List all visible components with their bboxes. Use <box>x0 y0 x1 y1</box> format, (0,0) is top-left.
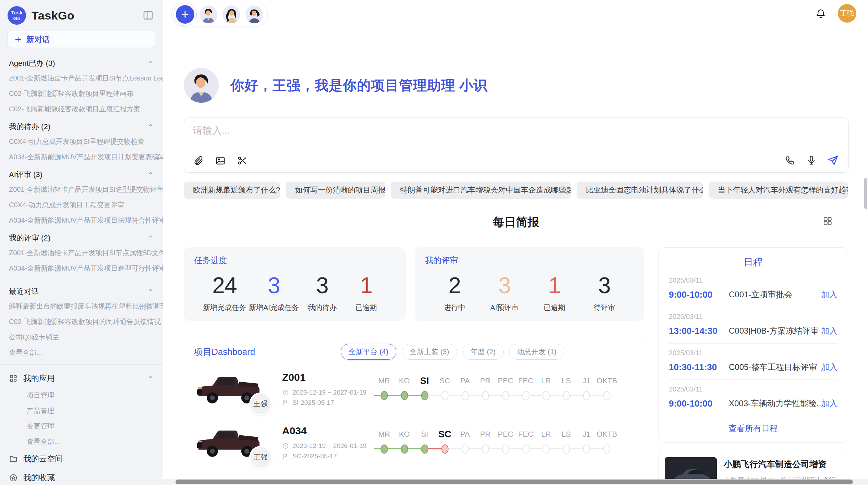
user-avatar[interactable]: 王强 <box>838 4 856 23</box>
section-header[interactable]: 我的评审 (2) <box>0 228 163 245</box>
notification-bell-icon[interactable] <box>815 8 826 21</box>
dashboard-tab[interactable]: 动总开发 (1) <box>509 344 565 360</box>
chat-input[interactable] <box>193 125 742 136</box>
join-button[interactable]: 加入 <box>821 289 837 300</box>
attachment-icon[interactable] <box>193 155 204 166</box>
sidebar-task-item[interactable]: C02-飞腾新能源轻客改款项目立项汇报方案 <box>0 101 163 117</box>
new-session-button[interactable] <box>176 5 194 24</box>
horizontal-scrollbar-thumb[interactable] <box>176 480 853 484</box>
milestone: FEC <box>516 428 536 457</box>
recent-chat-item[interactable]: 公司Q3轻卡销量 <box>0 329 163 345</box>
dashboard-title: 项目Dashboard <box>194 346 255 358</box>
section-items: Z001-全新燃油皮卡产品开发项目SI节点Lesson Learn报告C02-飞… <box>0 71 163 117</box>
schedule-time: 10:30-11:30 <box>669 362 729 373</box>
sidebar-task-item[interactable]: C0X4-动力总成开发项目SI里程碑提交物检查 <box>0 134 163 149</box>
chevron-up-icon[interactable] <box>147 287 154 296</box>
sidebar-task-item[interactable]: A034-全新新能源MUV产品开发项目造型可行性评审 <box>0 261 163 276</box>
milestone-dot-row <box>536 388 556 403</box>
join-button[interactable]: 加入 <box>821 325 837 336</box>
vertical-scrollbar-thumb[interactable] <box>864 178 867 209</box>
project-row[interactable]: 王强 Z001 2023-12-19 ~ 2027-01-19 SI <box>194 365 634 413</box>
app-item[interactable]: 查看全部... <box>0 434 163 449</box>
milestone-dot-row <box>394 388 414 403</box>
my-apps-items: 项目管理产品管理变更管理查看全部... <box>0 388 163 449</box>
milestone-dot <box>441 391 448 400</box>
join-button[interactable]: 加入 <box>821 398 837 409</box>
suggestion-chips: 欧洲新规最近颁布了什么?如何写一份清晰的项目周报特朗普可能对进口汽车增税会对中国… <box>184 182 848 199</box>
sidebar-task-item[interactable]: A034-全新新能源MUV产品开发项目法规符合性评审 <box>0 213 163 228</box>
sidebar-item-favorites[interactable]: 我的收藏 <box>0 468 163 485</box>
flag-icon <box>282 453 289 460</box>
dashboard-tab[interactable]: 全新平台 (4) <box>341 344 396 360</box>
layout-grid-icon[interactable] <box>822 216 833 227</box>
dashboard-tab[interactable]: 年型 (2) <box>462 344 504 360</box>
session-avatar-1[interactable] <box>200 5 217 23</box>
phone-icon[interactable] <box>785 155 796 166</box>
milestone-dot-row <box>455 442 475 457</box>
section-header[interactable]: 我的待办 (2) <box>0 117 163 134</box>
chevron-up-icon[interactable] <box>147 122 154 131</box>
logo-row: Task Go TaskGo <box>0 5 163 26</box>
milestone-dot-row <box>556 388 576 403</box>
sidebar-task-item[interactable]: C0X4-动力总成开发项目工程变更评审 <box>0 197 163 213</box>
send-icon[interactable] <box>827 154 839 166</box>
chevron-up-icon[interactable] <box>147 170 154 179</box>
project-row[interactable]: 王强 A034 2023-12-19 ~ 2026-01-19 SC <box>194 419 634 467</box>
recent-view-all[interactable]: 查看全部... <box>0 345 163 360</box>
milestone-dot <box>522 391 529 400</box>
milestone-label: LS <box>556 375 576 387</box>
suggestion-chip[interactable]: 特朗普可能对进口汽车增税会对中国车企造成哪些影响 <box>391 182 571 199</box>
sidebar-task-item[interactable]: Z001-全新燃油轻卡产品开发项目SI节点属性5D文件评审 <box>0 245 163 261</box>
suggestion-chip[interactable]: 如何写一份清晰的项目周报 <box>286 182 385 199</box>
sidebar-task-item[interactable]: Z001-全新燃油皮卡产品开发项目SI节点Lesson Learn报告 <box>0 71 163 86</box>
app-item[interactable]: 产品管理 <box>0 403 163 419</box>
section-title: 我的评审 (2) <box>9 233 50 243</box>
app-item[interactable]: 变更管理 <box>0 419 163 434</box>
sidebar-task-item[interactable]: Z001-全新燃油轻卡产品开发项目SI造型提交物评审 <box>0 182 163 197</box>
view-all-schedule[interactable]: 查看所有日程 <box>669 416 837 441</box>
suggestion-chip[interactable]: 比亚迪全固态电池计划具体说了什么 <box>577 182 703 199</box>
suggestion-chip[interactable]: 当下年轻人对汽车外观有怎样的喜好趋势 <box>709 182 848 199</box>
chevron-up-icon[interactable] <box>147 374 154 383</box>
clock-icon <box>282 443 289 449</box>
section-header[interactable]: AI评审 (3) <box>0 165 163 182</box>
milestone-label: PEC <box>495 375 516 387</box>
app-item[interactable]: 项目管理 <box>0 388 163 403</box>
left-column: 任务进度 24 新增完成任务 3 新增AI <box>184 247 644 485</box>
chevron-up-icon[interactable] <box>147 234 154 242</box>
stat-value: 3 <box>249 271 299 300</box>
sidebar-task-item[interactable]: C02-飞腾新能源轻客改款项目里程碑画布 <box>0 86 163 101</box>
dashboard-tab[interactable]: 全新上装 (3) <box>402 344 457 360</box>
sidebar-item-my-apps[interactable]: 我的应用 <box>0 369 163 388</box>
image-icon[interactable] <box>215 155 226 166</box>
milestone-dot-row <box>536 442 556 457</box>
milestone-dot-row <box>576 442 596 457</box>
schedule-time: 13:00-14:30 <box>669 326 729 336</box>
recent-chat-item[interactable]: 解释最新出台的欧盟报废车法规再生塑料比例被调至15%... <box>0 299 163 314</box>
milestone-label: PA <box>455 428 475 440</box>
milestone-dot <box>482 391 489 400</box>
session-avatar-2[interactable] <box>222 5 240 23</box>
sidebar-task-item[interactable]: A034-全新新能源MUV产品开发项目计划变更表编写 <box>0 149 163 165</box>
schedule-title: 日程 <box>669 256 837 269</box>
section-header[interactable]: 最近对话 <box>0 282 163 299</box>
recent-chat-item[interactable]: C02-飞腾新能源轻客改款项目的闭环通告反馈情况 <box>0 314 163 329</box>
chevron-up-icon[interactable] <box>147 59 154 68</box>
sidebar-collapse-icon[interactable] <box>142 10 154 23</box>
milestone-dot <box>563 445 570 454</box>
milestone-label: KO <box>394 428 414 440</box>
suggestion-chip[interactable]: 欧洲新规最近颁布了什么? <box>184 182 280 199</box>
stat-value: 3 <box>584 271 625 300</box>
session-avatar-3[interactable] <box>245 5 263 23</box>
tab-label: 动总开发 (1) <box>517 347 557 357</box>
new-chat-button[interactable]: 新对话 <box>8 31 155 48</box>
milestone-label: FEC <box>516 428 536 440</box>
section-header[interactable]: Agent已办 (3) <box>0 53 163 71</box>
milestone-label: SI <box>414 375 435 387</box>
microphone-icon[interactable] <box>806 155 817 166</box>
join-button[interactable]: 加入 <box>821 362 837 373</box>
milestone: PR <box>475 428 495 457</box>
sidebar-item-cloud-space[interactable]: 我的云空间 <box>0 449 163 468</box>
scissors-icon[interactable] <box>237 155 248 166</box>
cloud-space-label: 我的云空间 <box>23 453 63 464</box>
